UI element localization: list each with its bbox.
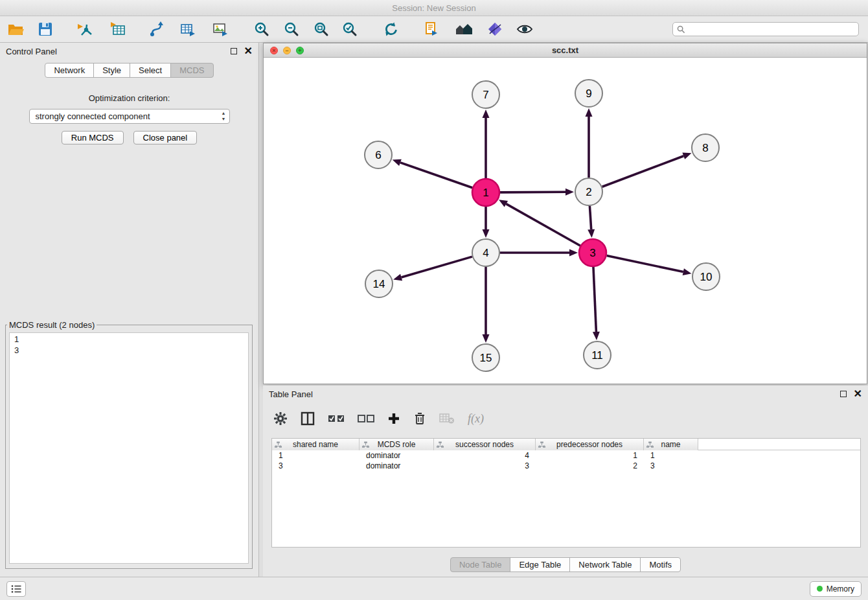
column-header-name[interactable]: name: [644, 439, 698, 450]
graph-node-1[interactable]: 1: [472, 179, 499, 206]
import-table-icon[interactable]: [109, 19, 127, 40]
cell-shared-name[interactable]: 3: [272, 461, 360, 471]
graph-node-15[interactable]: 15: [472, 344, 499, 371]
optimization-criterion-label: Optimization criterion:: [0, 93, 258, 103]
graph-node-14[interactable]: 14: [365, 270, 393, 297]
delete-table-icon[interactable]: [439, 413, 455, 424]
tab-network-table[interactable]: Network Table: [569, 557, 641, 572]
tab-network[interactable]: Network: [45, 63, 94, 78]
column-header-shared-name[interactable]: shared name: [272, 439, 360, 450]
optimization-select[interactable]: strongly connected component ▲▼: [29, 109, 230, 124]
svg-text:10: 10: [700, 271, 713, 283]
window-zoom-button[interactable]: +: [296, 47, 304, 54]
close-panel-icon[interactable]: ✕: [244, 46, 253, 56]
arrowhead-1-2: [565, 189, 574, 196]
arrowhead-1-4: [483, 229, 490, 238]
svg-text:9: 9: [586, 87, 591, 100]
edge-3-11[interactable]: [593, 267, 596, 332]
edge-2-8[interactable]: [602, 156, 684, 187]
memory-label: Memory: [827, 584, 854, 594]
cell-name[interactable]: 1: [644, 450, 698, 461]
function-builder-icon[interactable]: f(x): [468, 412, 484, 426]
control-panel: Control Panel ✕ NetworkStyleSelectMCDS O…: [0, 43, 259, 577]
open-session-icon[interactable]: [6, 19, 25, 40]
cell-shared-name[interactable]: 1: [272, 450, 360, 461]
main-toolbar: [0, 16, 868, 43]
graph-node-2[interactable]: 2: [575, 178, 602, 205]
export-document-icon[interactable]: [422, 19, 440, 40]
mcds-result-list[interactable]: 1 3: [9, 332, 249, 564]
new-network-icon[interactable]: [148, 19, 166, 40]
edge-1-6[interactable]: [400, 163, 472, 188]
run-mcds-button[interactable]: Run MCDS: [62, 131, 124, 144]
tab-mcds[interactable]: MCDS: [170, 63, 213, 78]
search-field[interactable]: [672, 22, 859, 36]
arrowhead-4-15: [483, 334, 490, 343]
edge-2-3[interactable]: [589, 206, 591, 229]
network-window-title: scc.txt: [552, 45, 578, 55]
import-network-icon[interactable]: [76, 19, 95, 40]
zoom-in-icon[interactable]: [253, 19, 271, 40]
graph-node-6[interactable]: 6: [365, 141, 392, 168]
show-hide-icon[interactable]: [516, 19, 534, 40]
unselect-all-columns-icon[interactable]: [358, 413, 374, 424]
tab-select[interactable]: Select: [130, 63, 171, 78]
close-panel-button[interactable]: Close panel: [133, 131, 198, 144]
zoom-out-icon[interactable]: [282, 19, 301, 40]
edge-3-1[interactable]: [506, 204, 580, 246]
column-header-mcds-role[interactable]: MCDS role: [360, 439, 434, 450]
graph-node-4[interactable]: 4: [472, 239, 499, 266]
export-table-icon[interactable]: [179, 19, 197, 40]
float-table-panel-icon[interactable]: [840, 391, 847, 397]
cell-predecessor-nodes[interactable]: 1: [536, 450, 644, 461]
column-header-successor-nodes[interactable]: successor nodes: [434, 439, 536, 450]
table-panel-title: Table Panel: [269, 389, 313, 399]
tab-style[interactable]: Style: [93, 63, 130, 78]
float-panel-icon[interactable]: [231, 48, 237, 54]
zoom-fit-icon[interactable]: [312, 19, 330, 40]
zoom-selected-icon[interactable]: [341, 19, 359, 40]
table-toolbar: f(x): [273, 409, 868, 428]
node-table: shared nameMCDS rolesuccessor nodesprede…: [271, 438, 861, 548]
cell-successor-nodes[interactable]: 4: [434, 450, 536, 461]
graph-node-7[interactable]: 7: [472, 81, 499, 108]
cell-successor-nodes[interactable]: 3: [434, 461, 536, 471]
table-row[interactable]: 1dominator411: [272, 450, 860, 461]
column-header-predecessor-nodes[interactable]: predecessor nodes: [536, 439, 644, 450]
window-close-button[interactable]: ×: [270, 47, 278, 54]
show-panels-list-button[interactable]: [6, 581, 26, 597]
delete-column-trash-icon[interactable]: [413, 411, 426, 426]
memory-button[interactable]: Memory: [810, 581, 862, 597]
cell-predecessor-nodes[interactable]: 2: [536, 461, 644, 471]
export-image-icon[interactable]: [211, 19, 229, 40]
close-table-panel-icon[interactable]: ✕: [854, 389, 862, 399]
edge-1-2[interactable]: [500, 192, 565, 192]
tab-node-table[interactable]: Node Table: [450, 557, 511, 572]
search-input[interactable]: [685, 25, 854, 34]
window-minimize-button[interactable]: –: [283, 47, 291, 54]
show-columns-icon[interactable]: [301, 411, 315, 426]
graph-node-11[interactable]: 11: [584, 341, 611, 369]
home-icon[interactable]: [455, 19, 473, 40]
graph-node-10[interactable]: 10: [692, 263, 720, 290]
svg-text:2: 2: [586, 186, 591, 198]
graph-node-3[interactable]: 3: [579, 239, 606, 266]
edge-4-14[interactable]: [402, 257, 472, 277]
network-canvas[interactable]: 7968124314101511: [264, 58, 867, 384]
graph-node-9[interactable]: 9: [575, 80, 602, 107]
cell-mcds-role[interactable]: dominator: [360, 461, 434, 471]
cell-mcds-role[interactable]: dominator: [360, 450, 434, 461]
apply-layout-icon[interactable]: [382, 19, 400, 40]
tab-motifs[interactable]: Motifs: [640, 557, 681, 572]
table-settings-gear-icon[interactable]: [273, 411, 288, 426]
select-all-columns-icon[interactable]: [328, 413, 345, 424]
tab-edge-table[interactable]: Edge Table: [510, 557, 570, 572]
edge-3-10[interactable]: [607, 256, 683, 272]
network-window-titlebar[interactable]: × – + scc.txt: [264, 43, 867, 58]
cell-name[interactable]: 3: [644, 461, 698, 471]
save-session-icon[interactable]: [36, 19, 54, 40]
graph-node-8[interactable]: 8: [692, 134, 719, 161]
create-column-plus-icon[interactable]: [387, 412, 400, 425]
visual-style-icon[interactable]: [486, 19, 504, 40]
table-row[interactable]: 3dominator323: [272, 461, 860, 471]
